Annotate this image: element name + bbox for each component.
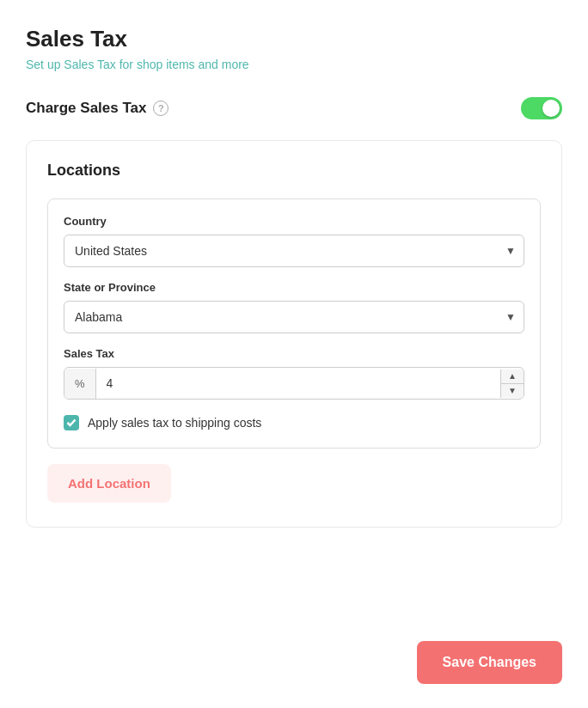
charge-tax-text: Charge Sales Tax <box>26 100 146 117</box>
toggle-slider <box>521 97 562 119</box>
tax-input[interactable] <box>96 368 501 399</box>
help-icon[interactable]: ? <box>153 101 168 116</box>
country-select-wrapper: United States Canada United Kingdom Aust… <box>64 235 524 267</box>
apply-shipping-label: Apply sales tax to shipping costs <box>88 416 261 430</box>
page-subtitle: Set up Sales Tax for shop items and more <box>26 58 562 71</box>
charge-tax-label: Charge Sales Tax ? <box>26 100 168 117</box>
state-select[interactable]: Alabama Alaska Arizona California Colora… <box>64 301 524 333</box>
sales-tax-field-group: Sales Tax % ▲ ▼ <box>64 347 524 400</box>
apply-shipping-row: Apply sales tax to shipping costs <box>64 415 524 430</box>
state-select-wrapper: Alabama Alaska Arizona California Colora… <box>64 301 524 333</box>
location-item: Country United States Canada United King… <box>47 198 541 449</box>
tax-prefix: % <box>64 369 96 399</box>
save-changes-button[interactable]: Save Changes <box>417 641 562 684</box>
stepper-down-button[interactable]: ▼ <box>501 384 524 398</box>
locations-title: Locations <box>47 162 541 180</box>
checkmark-icon <box>68 420 76 426</box>
country-field-group: Country United States Canada United King… <box>64 215 524 267</box>
country-label: Country <box>64 215 524 228</box>
page-title: Sales Tax <box>26 26 562 52</box>
country-select[interactable]: United States Canada United Kingdom Aust… <box>64 235 524 267</box>
locations-card: Locations Country United States Canada U… <box>26 140 562 528</box>
tax-stepper: ▲ ▼ <box>500 369 524 398</box>
tax-input-wrapper: % ▲ ▼ <box>64 367 524 400</box>
stepper-up-button[interactable]: ▲ <box>501 369 524 384</box>
sales-tax-label: Sales Tax <box>64 347 524 360</box>
charge-tax-row: Charge Sales Tax ? <box>26 97 562 119</box>
add-location-button[interactable]: Add Location <box>47 464 171 503</box>
apply-shipping-checkbox[interactable] <box>64 415 79 430</box>
page-container: Sales Tax Set up Sales Tax for shop item… <box>0 0 588 708</box>
state-label: State or Province <box>64 281 524 294</box>
state-field-group: State or Province Alabama Alaska Arizona… <box>64 281 524 333</box>
charge-tax-toggle[interactable] <box>521 97 562 119</box>
